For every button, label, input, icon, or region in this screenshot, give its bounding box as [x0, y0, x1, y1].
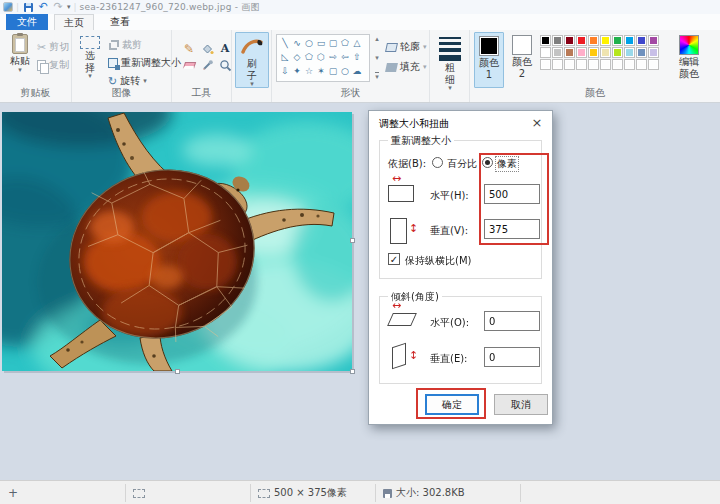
skew-v-input[interactable]	[484, 347, 540, 367]
shapes-scroll-up-icon[interactable]: ▴	[375, 35, 379, 43]
fill-tool[interactable]	[198, 40, 216, 57]
shape-icon[interactable]: ⬠	[303, 50, 315, 64]
shape-icon[interactable]: ○	[339, 64, 351, 78]
group-colors: 颜色 1 颜色 2 编辑颜色 颜色	[470, 30, 720, 102]
palette-swatch[interactable]	[612, 35, 623, 46]
aspect-ratio-label[interactable]: 保持纵横比(M)	[405, 254, 471, 268]
palette-swatch[interactable]	[624, 35, 635, 46]
eyedropper-tool[interactable]	[198, 57, 216, 74]
canvas-resize-handle-right[interactable]	[350, 238, 355, 243]
palette-swatch-empty[interactable]	[576, 59, 587, 70]
copy-button[interactable]: 复制	[37, 58, 69, 72]
palette-swatch[interactable]	[576, 35, 587, 46]
group-label-colors: 颜色	[470, 86, 720, 100]
group-clipboard: 粘贴 ▾ ✂ 剪切 复制 剪贴板	[0, 30, 72, 102]
select-icon	[80, 36, 100, 49]
tab-file[interactable]: 文件	[6, 14, 48, 30]
shape-icon[interactable]: ☁	[351, 64, 363, 78]
palette-swatch[interactable]	[648, 47, 659, 58]
shapes-more-icon[interactable]: ▾	[375, 72, 379, 81]
palette-swatch[interactable]	[564, 47, 575, 58]
palette-swatch[interactable]	[552, 47, 563, 58]
brush-icon	[240, 36, 264, 57]
shape-fill-button[interactable]: 填充 ▾	[386, 60, 427, 74]
tab-view[interactable]: 查看	[100, 14, 140, 30]
shape-icon[interactable]: ▢	[327, 36, 339, 50]
palette-swatch[interactable]	[648, 35, 659, 46]
palette-swatch[interactable]	[564, 35, 575, 46]
shape-icon[interactable]: ⇩	[279, 64, 291, 78]
shape-icon[interactable]: ∿	[291, 36, 303, 50]
palette-swatch[interactable]	[600, 47, 611, 58]
palette-swatch-empty[interactable]	[588, 59, 599, 70]
qat-dropdown-icon[interactable]: ▾	[67, 3, 71, 11]
palette-swatch[interactable]	[540, 35, 551, 46]
aspect-ratio-checkbox[interactable]: ✓	[388, 253, 400, 265]
thickness-button[interactable]: 粗细 ▾	[433, 34, 467, 91]
shape-outline-button[interactable]: 轮廓 ▾	[386, 40, 427, 54]
shape-icon[interactable]: ✶	[315, 64, 327, 78]
dialog-close-button[interactable]: ×	[526, 113, 548, 131]
palette-swatch[interactable]	[636, 35, 647, 46]
palette-swatch[interactable]	[588, 47, 599, 58]
color2-button[interactable]: 颜色 2	[507, 32, 537, 88]
shape-icon[interactable]: ⬠	[339, 36, 351, 50]
shape-icon[interactable]: ╲	[279, 36, 291, 50]
shape-icon[interactable]: ⇦	[339, 50, 351, 64]
cancel-button[interactable]: 取消	[494, 394, 548, 415]
tab-home[interactable]: 主页	[54, 14, 94, 30]
skew-h-input[interactable]	[484, 311, 540, 331]
shape-icon[interactable]: ▢	[327, 64, 339, 78]
eyedropper-icon	[201, 59, 214, 72]
shape-icon[interactable]: △	[351, 36, 363, 50]
edit-colors-icon	[679, 35, 699, 55]
palette-swatch-empty[interactable]	[540, 59, 551, 70]
palette-swatch[interactable]	[540, 47, 551, 58]
select-button[interactable]: 选择 ▾	[76, 33, 104, 79]
canvas-resize-handle-corner[interactable]	[350, 369, 355, 374]
palette-swatch-empty[interactable]	[564, 59, 575, 70]
palette-swatch[interactable]	[612, 47, 623, 58]
shape-icon[interactable]: ⬡	[315, 50, 327, 64]
palette-swatch[interactable]	[588, 35, 599, 46]
redo-button[interactable]: ↷	[52, 1, 64, 13]
edit-colors-button[interactable]: 编辑颜色	[668, 32, 710, 79]
color1-button[interactable]: 颜色 1	[474, 32, 504, 88]
palette-swatch-empty[interactable]	[636, 59, 647, 70]
palette-swatch[interactable]	[600, 35, 611, 46]
paste-button[interactable]: 粘贴 ▾	[5, 31, 35, 73]
shape-icon[interactable]: ▭	[315, 36, 327, 50]
palette-swatch-empty[interactable]	[648, 59, 659, 70]
shape-icon[interactable]: ☆	[303, 64, 315, 78]
eraser-tool[interactable]	[180, 57, 198, 74]
resize-button[interactable]: 重新调整大小	[108, 56, 181, 70]
palette-swatch-empty[interactable]	[612, 59, 623, 70]
canvas[interactable]	[2, 112, 352, 371]
shape-icon[interactable]: ◺	[279, 50, 291, 64]
image-size-section: 500 × 375像素	[250, 481, 375, 504]
percent-label[interactable]: 百分比	[447, 157, 477, 171]
palette-swatch-empty[interactable]	[624, 59, 635, 70]
palette-swatch-empty[interactable]	[600, 59, 611, 70]
shape-icon[interactable]: ⇧	[351, 50, 363, 64]
save-button[interactable]	[22, 1, 34, 13]
palette-swatch[interactable]	[552, 35, 563, 46]
brushes-button[interactable]: 刷子 ▾	[235, 32, 269, 88]
shape-icon[interactable]: ◇	[291, 50, 303, 64]
pencil-tool[interactable]: ✎	[180, 40, 198, 57]
cut-button[interactable]: ✂ 剪切	[37, 40, 69, 54]
palette-swatch[interactable]	[624, 47, 635, 58]
shape-icon[interactable]: ○	[303, 36, 315, 50]
percent-radio[interactable]	[432, 157, 443, 168]
shape-icon[interactable]: ⇨	[327, 50, 339, 64]
crop-button[interactable]: 裁剪	[108, 38, 142, 52]
undo-button[interactable]: ↶	[37, 1, 49, 13]
palette-swatch-empty[interactable]	[552, 59, 563, 70]
palette-swatch[interactable]	[636, 47, 647, 58]
palette-swatch[interactable]	[576, 47, 587, 58]
dialog-title: 调整大小和扭曲	[379, 117, 449, 131]
shape-icon[interactable]: ✦	[291, 64, 303, 78]
shapes-scroll-down-icon[interactable]: ▾	[375, 54, 379, 62]
shapes-scroll[interactable]: ▴ ▾ ▾	[372, 34, 382, 82]
canvas-resize-handle-bottom[interactable]	[175, 369, 180, 374]
